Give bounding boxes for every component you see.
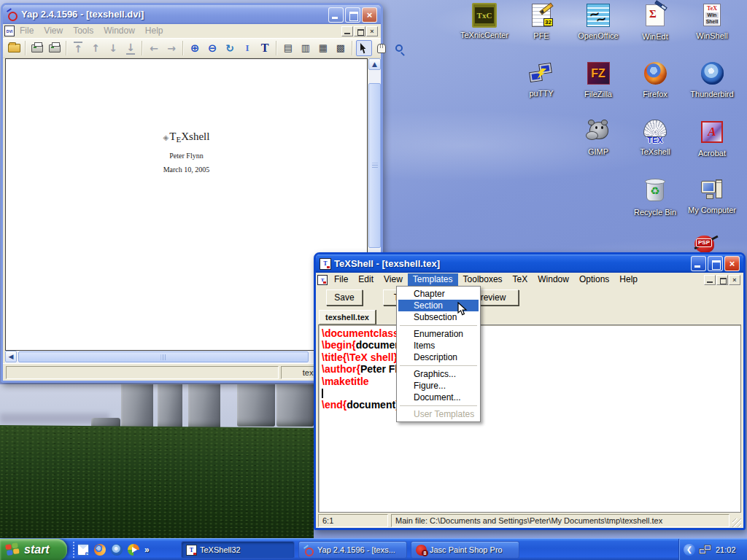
task-button-yap[interactable]: Yap 2.4.1596 - [texs... <box>298 541 407 559</box>
close-button[interactable]: × <box>362 7 377 23</box>
two-pages-icon[interactable]: ▥ <box>298 40 314 56</box>
yap-menu-view[interactable]: View <box>39 25 68 37</box>
yap-menu-help[interactable]: Help <box>140 25 169 37</box>
texshell-task-icon: T <box>186 545 197 556</box>
wallpaper-stonehenge-photo <box>0 384 314 538</box>
texshell-menu-templates[interactable]: Templates <box>408 273 458 286</box>
taskbar-clock[interactable]: 21:02 <box>716 545 736 554</box>
firefox-icon <box>644 62 667 85</box>
yap-task-icon <box>303 545 314 556</box>
caret-icon[interactable]: I <box>239 40 255 56</box>
latex-source-editor[interactable]: \documentclass{\begin{document}\title{\T… <box>318 324 741 513</box>
desktop-icon-texshell[interactable]: TEXTeXshell <box>627 120 683 158</box>
thunderbird-quicklaunch-icon[interactable] <box>111 544 123 556</box>
texshell-menu-window[interactable]: Window <box>533 273 574 286</box>
desktop-icon-texniccenter[interactable]: TxCTeXnicCenter <box>457 3 512 41</box>
network-tray-icon[interactable] <box>699 544 712 556</box>
texshell-menu-options[interactable]: Options <box>574 273 614 286</box>
print-icon[interactable] <box>29 40 45 56</box>
mdi-restore-button[interactable] <box>716 275 728 285</box>
refresh-icon[interactable]: ↻ <box>222 40 238 56</box>
desktop-icon-openoffice[interactable]: ∼∼OpenOffice <box>570 3 626 42</box>
text-icon[interactable]: T <box>257 40 273 56</box>
pan-icon[interactable] <box>374 40 390 56</box>
tab-texshell-tex[interactable]: texshell.tex <box>319 310 376 324</box>
first-page-icon[interactable]: ↑ <box>70 40 86 56</box>
desktop-icon-label: Firefox <box>643 90 667 98</box>
forward-icon[interactable]: → <box>163 40 179 56</box>
back-icon[interactable]: ← <box>146 40 162 56</box>
maximize-button[interactable] <box>345 7 360 23</box>
horizontal-scroll-thumb[interactable] <box>18 351 309 362</box>
quicklaunch-overflow-chevron[interactable]: » <box>144 544 153 556</box>
menu-item-enumeration[interactable]: Enumeration <box>398 328 479 340</box>
texshell-menu-view[interactable]: View <box>379 273 408 286</box>
zoom-in-icon[interactable]: ⊕ <box>187 40 203 56</box>
media-player-icon[interactable] <box>128 544 139 556</box>
menu-item-graphics[interactable]: Graphics... <box>398 368 479 380</box>
mdi-minimize-button[interactable] <box>704 275 716 285</box>
vertical-scroll-thumb[interactable] <box>368 83 381 248</box>
yap-titlebar[interactable]: Yap 2.4.1596 - [texshell.dvi] × <box>3 5 381 24</box>
previous-page-icon[interactable]: ↑ <box>88 40 104 56</box>
openoffice-icon: ∼∼ <box>587 4 610 27</box>
menu-item-figure[interactable]: Figure... <box>398 380 479 392</box>
yap-menu-window[interactable]: Window <box>98 25 140 37</box>
mdi-minimize-button[interactable] <box>341 26 353 36</box>
mdi-close-button[interactable]: × <box>366 26 378 36</box>
print-setup-icon[interactable] <box>47 40 63 56</box>
menu-item-chapter[interactable]: Chapter <box>398 288 479 300</box>
next-page-icon[interactable]: ↓ <box>105 40 121 56</box>
desktop-icon-acrobat[interactable]: AAcrobat <box>684 120 740 159</box>
desktop-icon-winshell[interactable]: TeXWinShellWinShell <box>684 3 740 42</box>
firefox-quicklaunch-icon[interactable] <box>94 544 106 556</box>
zoom-out-icon[interactable]: ⊖ <box>204 40 220 56</box>
menu-item-document[interactable]: Document... <box>398 392 479 403</box>
mdi-restore-button[interactable] <box>354 26 365 36</box>
open-icon[interactable] <box>6 40 22 56</box>
desktop-icon-gimp[interactable]: GIMP <box>570 120 626 158</box>
scroll-up-button[interactable]: ▲ <box>368 58 381 70</box>
last-page-icon[interactable]: ↓ <box>123 40 139 56</box>
single-page-icon[interactable]: ▤ <box>280 40 296 56</box>
hide-tray-icons-chevron[interactable]: ❮ <box>684 544 695 556</box>
desktop-icon-filezilla[interactable]: FZFileZilla <box>570 61 626 100</box>
minimize-button[interactable] <box>691 256 706 271</box>
desktop-icon-recycle-bin[interactable]: ♻Recycle Bin <box>627 178 683 218</box>
continuous-facing-icon[interactable]: ▩ <box>333 40 349 56</box>
toolbar-separator <box>66 41 67 55</box>
texshell-menu-help[interactable]: Help <box>614 273 643 286</box>
desktop-icon-firefox[interactable]: Firefox <box>627 61 683 100</box>
select-icon[interactable] <box>356 40 372 56</box>
menu-item-description[interactable]: Description <box>398 351 479 363</box>
desktop-icon-thunderbird[interactable]: Thunderbird <box>684 61 740 100</box>
menu-item-items[interactable]: Items <box>398 340 479 351</box>
task-button-psp[interactable]: 8Jasc Paint Shop Pro <box>411 541 519 559</box>
texshell-menu-edit[interactable]: Edit <box>353 273 379 286</box>
yap-menu-file[interactable]: File <box>15 25 39 37</box>
continuous-icon[interactable]: ▦ <box>315 40 331 56</box>
desktop-icon-putty[interactable]: puTTY <box>514 61 569 99</box>
resize-grip[interactable] <box>732 518 741 527</box>
texshell-titlebar[interactable]: T TeXShell - [texshell.tex] × <box>316 254 743 273</box>
desktop-icon-label: Thunderbird <box>690 90 733 98</box>
desktop-icon-winedt[interactable]: ΣWinEdt <box>627 3 683 42</box>
desktop-icon-pfe[interactable]: 32PFE <box>514 3 569 42</box>
stone-1 <box>121 384 153 431</box>
mdi-close-button[interactable]: × <box>729 275 740 285</box>
save-button[interactable]: Save <box>326 289 363 306</box>
minimize-button[interactable] <box>328 7 344 23</box>
texshell-menu-tex[interactable]: TeX <box>508 273 533 286</box>
scroll-left-button[interactable]: ◀ <box>5 351 17 362</box>
texshell-app-icon: T <box>320 258 331 270</box>
start-button[interactable]: start <box>0 539 67 560</box>
desktop-icon-my-computer[interactable]: My Computer <box>684 178 740 216</box>
outlook-express-icon[interactable] <box>77 544 89 556</box>
maximize-button[interactable] <box>708 256 723 271</box>
yap-menu-tools[interactable]: Tools <box>68 25 98 37</box>
texshell-menu-toolboxes[interactable]: Toolboxes <box>458 273 508 286</box>
magnifier-icon[interactable] <box>391 40 407 56</box>
close-button[interactable]: × <box>724 256 740 271</box>
texshell-menu-file[interactable]: File <box>329 273 353 286</box>
task-button-texshell[interactable]: TTeXShell32 <box>181 541 295 559</box>
